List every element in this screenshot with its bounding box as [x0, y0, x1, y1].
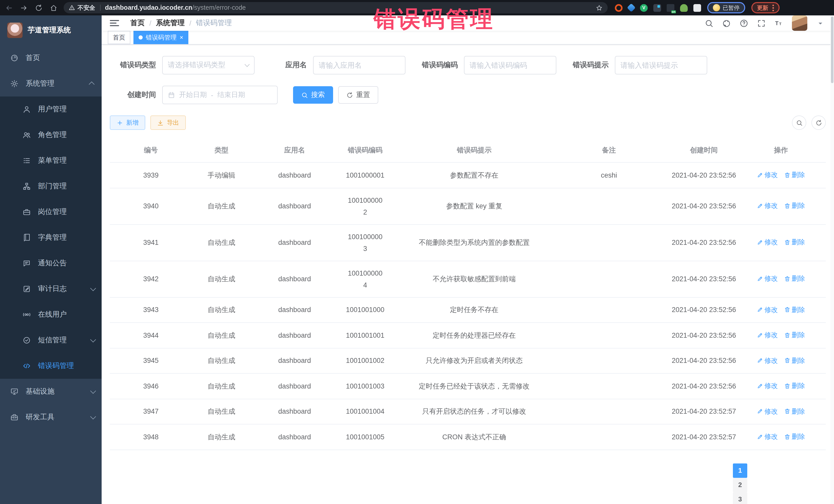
sidebar-item-notice[interactable]: 通知公告: [0, 250, 102, 276]
cell-type: 自动生成: [192, 374, 251, 398]
browser-home-icon[interactable]: [50, 4, 58, 12]
sidebar-item-menu[interactable]: 菜单管理: [0, 148, 102, 174]
cell-code: 1001001000: [338, 298, 392, 322]
table-header-row: 编号类型应用名错误码编码错误码提示备注创建时间操作: [110, 138, 826, 163]
address-bar[interactable]: 不安全 dashboard.yudao.iocoder.cn/system/er…: [64, 2, 608, 13]
sidebar-item-dept[interactable]: 部门管理: [0, 174, 102, 199]
extension-icon[interactable]: V: [640, 4, 648, 12]
extension-icon[interactable]: [667, 4, 674, 12]
sidebar-item-role[interactable]: 角色管理: [0, 122, 102, 148]
page-button-1[interactable]: 1: [733, 463, 747, 478]
extension-icon[interactable]: [615, 4, 622, 12]
browser-reload-icon[interactable]: [35, 4, 43, 12]
search-icon[interactable]: [705, 19, 714, 27]
table-row: 3942自动生成dashboard100100000 4不允许获取敏感配置到前端…: [110, 261, 826, 298]
fullscreen-icon[interactable]: [757, 19, 766, 27]
sidebar-item-online-user[interactable]: 在线用户: [0, 302, 102, 327]
error-code-table: 编号类型应用名错误码编码错误码提示备注创建时间操作3939手动编辑dashboa…: [110, 138, 826, 450]
add-button[interactable]: 新增: [110, 115, 145, 130]
sidebar-item-infra[interactable]: 基础设施: [0, 379, 102, 404]
edit-button[interactable]: 修改: [757, 431, 778, 442]
delete-button[interactable]: 删除: [784, 405, 805, 417]
close-tab-icon[interactable]: ×: [180, 35, 183, 41]
user-avatar[interactable]: [792, 15, 807, 31]
edit-icon: [757, 172, 763, 178]
sidebar-item-system[interactable]: 系统管理: [0, 71, 102, 96]
delete-button[interactable]: 删除: [784, 431, 805, 442]
edit-button[interactable]: 修改: [757, 405, 778, 417]
page-button-2[interactable]: 2: [733, 478, 747, 492]
sidebar-item-dev-tools[interactable]: 研发工具: [0, 404, 102, 430]
sidebar-item-label: 错误码管理: [38, 361, 94, 371]
cell-message: 只有开启状态的任务，才可以修改: [392, 399, 556, 424]
edit-button[interactable]: 修改: [757, 380, 778, 392]
app-name-input[interactable]: [319, 61, 400, 69]
edit-button[interactable]: 修改: [757, 236, 778, 248]
browser-menu-icon[interactable]: [772, 4, 774, 11]
reset-button[interactable]: 重置: [338, 86, 378, 104]
breadcrumb-home[interactable]: 首页: [130, 19, 145, 28]
show-search-button[interactable]: [792, 115, 806, 130]
edit-button[interactable]: 修改: [757, 354, 778, 366]
sidebar-item-audit-log[interactable]: 审计日志: [0, 276, 102, 302]
tab-error-code[interactable]: 错误码管理 ×: [133, 31, 188, 44]
hamburger-icon[interactable]: [110, 20, 119, 26]
bookmark-star-icon[interactable]: [596, 4, 602, 11]
book-icon: [23, 234, 31, 242]
sidebar-item-error-code[interactable]: 错误码管理: [0, 353, 102, 379]
cell-id: 3946: [110, 374, 192, 398]
page-scrollbar[interactable]: [830, 15, 834, 504]
logo-image: [7, 23, 23, 38]
page-button-3[interactable]: 3: [733, 492, 747, 504]
edit-button[interactable]: 修改: [757, 169, 778, 181]
delete-button[interactable]: 删除: [784, 273, 805, 285]
check-circle-icon: [23, 336, 31, 344]
edit-button[interactable]: 修改: [757, 304, 778, 315]
extensions-menu-icon[interactable]: [694, 4, 701, 12]
sidebar-item-post[interactable]: 岗位管理: [0, 199, 102, 225]
delete-button[interactable]: 删除: [784, 236, 805, 248]
search-button[interactable]: 搜索: [293, 86, 333, 104]
browser-back-icon[interactable]: [5, 4, 13, 12]
extension-icon[interactable]: [627, 3, 636, 12]
github-icon[interactable]: [722, 19, 731, 27]
delete-button[interactable]: 删除: [784, 380, 805, 392]
browser-update-button[interactable]: 更新: [751, 2, 780, 13]
delete-button[interactable]: 删除: [784, 329, 805, 341]
trash-icon: [784, 408, 790, 414]
font-size-icon[interactable]: TT: [774, 19, 783, 27]
caret-down-icon[interactable]: [816, 19, 825, 27]
sidebar-item-home[interactable]: 首页: [0, 45, 102, 71]
error-code-input[interactable]: [469, 61, 551, 69]
pagination: 共 76 条 10条/页 123456•••8 前往 页: [110, 463, 826, 504]
column-header: 编号: [110, 138, 192, 162]
breadcrumb-system[interactable]: 系统管理: [156, 19, 185, 28]
date-range-picker[interactable]: 开始日期 - 结束日期: [162, 86, 278, 104]
browser-profile-badge[interactable]: 已暂停: [707, 2, 745, 13]
export-button[interactable]: 导出: [150, 115, 186, 130]
help-icon[interactable]: [740, 19, 748, 27]
cell-message: 定时任务已经处于该状态，无需修改: [392, 374, 556, 398]
tab-home[interactable]: 首页: [108, 31, 130, 44]
delete-button[interactable]: 删除: [784, 169, 805, 181]
delete-button[interactable]: 删除: [784, 200, 805, 212]
cell-actions: 修改删除: [746, 194, 815, 219]
browser-forward-icon[interactable]: [20, 4, 28, 12]
active-dot: [138, 36, 143, 40]
refresh-table-button[interactable]: [811, 115, 826, 130]
delete-button[interactable]: 删除: [784, 304, 805, 315]
sidebar-item-sms[interactable]: 短信管理: [0, 327, 102, 353]
edit-button[interactable]: 修改: [757, 329, 778, 341]
error-type-select[interactable]: 请选择错误码类型: [162, 56, 255, 74]
extension-icon[interactable]: [680, 4, 688, 12]
edit-button[interactable]: 修改: [757, 200, 778, 212]
extension-icon[interactable]: [653, 4, 661, 12]
cell-id: 3941: [110, 231, 192, 255]
cell-create-time: 2021-04-20 23:52:56: [662, 349, 746, 373]
edit-button[interactable]: 修改: [757, 273, 778, 285]
sidebar-item-dict[interactable]: 字典管理: [0, 225, 102, 250]
edit-icon: [757, 382, 763, 389]
sidebar-item-user[interactable]: 用户管理: [0, 96, 102, 122]
delete-button[interactable]: 删除: [784, 354, 805, 366]
error-message-input[interactable]: [620, 61, 702, 69]
